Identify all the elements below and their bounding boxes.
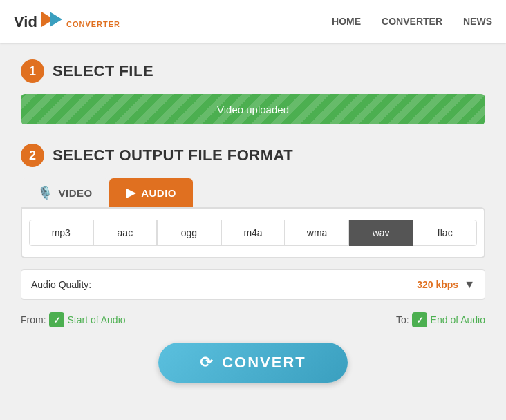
format-selector: mp3 aac ogg m4a wma wav flac bbox=[21, 207, 485, 258]
format-aac[interactable]: aac bbox=[93, 220, 158, 246]
quality-value: 320 kbps bbox=[417, 279, 458, 290]
logo-play-icon bbox=[41, 12, 62, 27]
tab-audio[interactable]: ▶ AUDIO bbox=[109, 178, 193, 207]
convert-label: CONVERT bbox=[222, 354, 306, 372]
from-text: Start of Audio bbox=[67, 314, 125, 325]
format-wma[interactable]: wma bbox=[285, 220, 349, 246]
format-tabs: 🎙️ VIDEO ▶ AUDIO bbox=[21, 178, 485, 207]
step1-title: SELECT FILE bbox=[53, 62, 153, 80]
quality-bar: Audio Quality: 320 kbps ▼ bbox=[21, 269, 485, 300]
main-content: 1 SELECT FILE Video uploaded 2 SELECT OU… bbox=[0, 43, 506, 399]
to-label: To: bbox=[396, 314, 409, 325]
logo-vid-text: Vid bbox=[14, 13, 37, 30]
from-label: From: bbox=[21, 314, 46, 325]
upload-bar[interactable]: Video uploaded bbox=[21, 94, 485, 124]
tab-video-label: VIDEO bbox=[59, 187, 93, 199]
format-ogg[interactable]: ogg bbox=[157, 220, 221, 246]
upload-status: Video uploaded bbox=[217, 104, 289, 115]
quality-dropdown-icon[interactable]: ▼ bbox=[464, 278, 475, 291]
convert-btn-wrap: ⟳ CONVERT bbox=[21, 343, 485, 383]
from-check-icon: ✓ bbox=[49, 312, 64, 327]
range-row: From: ✓ Start of Audio To: ✓ End of Audi… bbox=[21, 312, 485, 327]
to-text: End of Audio bbox=[431, 314, 485, 325]
convert-icon: ⟳ bbox=[200, 354, 214, 372]
format-wav[interactable]: wav bbox=[349, 220, 413, 246]
to-check-icon: ✓ bbox=[412, 312, 427, 327]
step2-badge: 2 bbox=[21, 144, 44, 167]
format-mp3[interactable]: mp3 bbox=[29, 220, 93, 246]
step2-title: SELECT OUTPUT FILE FORMAT bbox=[53, 146, 293, 164]
nav-home[interactable]: HOME bbox=[332, 16, 361, 27]
app-header: Vid CONVERTER HOME CONVERTER NEWS bbox=[0, 0, 506, 43]
step2-header: 2 SELECT OUTPUT FILE FORMAT bbox=[21, 144, 485, 167]
nav-news[interactable]: NEWS bbox=[463, 16, 492, 27]
quality-label: Audio Quality: bbox=[31, 279, 91, 290]
convert-button[interactable]: ⟳ CONVERT bbox=[158, 343, 348, 383]
step1-header: 1 SELECT FILE bbox=[21, 59, 485, 83]
format-m4a[interactable]: m4a bbox=[221, 220, 285, 246]
nav-converter[interactable]: CONVERTER bbox=[382, 16, 442, 27]
format-flac[interactable]: flac bbox=[413, 220, 477, 246]
main-nav: HOME CONVERTER NEWS bbox=[332, 16, 492, 27]
svg-marker-1 bbox=[50, 12, 62, 27]
logo-text: Vid bbox=[14, 12, 62, 31]
microphone-icon: 🎙️ bbox=[37, 185, 53, 200]
logo-subtitle: CONVERTER bbox=[66, 20, 120, 28]
logo: Vid CONVERTER bbox=[14, 12, 120, 31]
step1-badge: 1 bbox=[21, 59, 44, 83]
tab-audio-label: AUDIO bbox=[141, 187, 176, 199]
tab-video[interactable]: 🎙️ VIDEO bbox=[21, 178, 109, 207]
youtube-icon: ▶ bbox=[126, 185, 136, 200]
